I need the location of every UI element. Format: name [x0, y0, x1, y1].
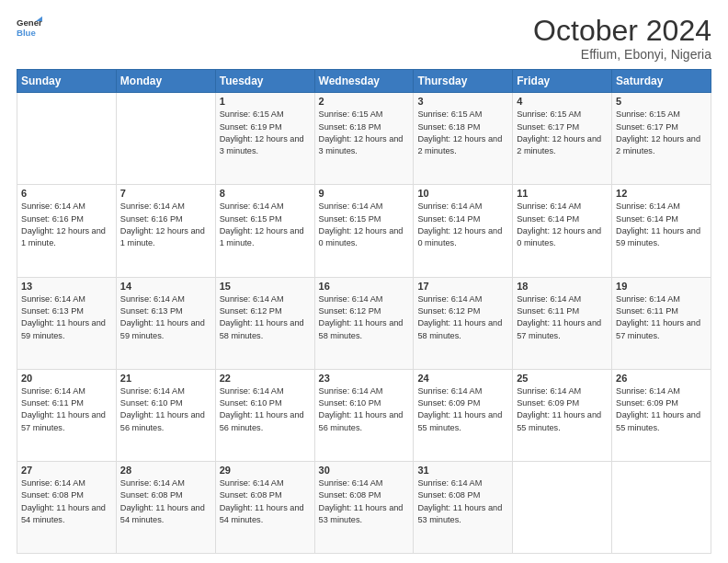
day-info: Sunrise: 6:14 AMSunset: 6:08 PMDaylight:…	[319, 477, 410, 526]
calendar-cell: 1Sunrise: 6:15 AMSunset: 6:19 PMDaylight…	[215, 93, 314, 185]
logo-icon: General Blue	[17, 15, 42, 40]
day-number: 28	[120, 465, 211, 476]
day-info: Sunrise: 6:14 AMSunset: 6:08 PMDaylight:…	[120, 477, 211, 526]
col-friday: Friday	[513, 70, 612, 93]
day-info: Sunrise: 6:14 AMSunset: 6:08 PMDaylight:…	[417, 477, 508, 526]
day-number: 26	[616, 373, 707, 384]
subtitle: Effium, Ebonyi, Nigeria	[533, 47, 711, 62]
svg-text:General: General	[17, 17, 42, 28]
calendar-cell	[17, 93, 117, 185]
calendar-cell: 6Sunrise: 6:14 AMSunset: 6:16 PMDaylight…	[17, 185, 117, 277]
title-block: October 2024 Effium, Ebonyi, Nigeria	[533, 15, 711, 62]
calendar-cell: 14Sunrise: 6:14 AMSunset: 6:13 PMDayligh…	[116, 277, 215, 369]
day-info: Sunrise: 6:15 AMSunset: 6:18 PMDaylight:…	[319, 109, 410, 157]
day-number: 23	[319, 373, 410, 384]
day-number: 11	[517, 188, 608, 199]
day-number: 7	[120, 188, 211, 199]
calendar-cell	[513, 461, 612, 553]
day-number: 21	[120, 373, 211, 384]
day-number: 18	[517, 281, 608, 292]
calendar-cell: 26Sunrise: 6:14 AMSunset: 6:09 PMDayligh…	[612, 369, 711, 461]
day-info: Sunrise: 6:14 AMSunset: 6:10 PMDaylight:…	[220, 385, 311, 434]
calendar-table: Sunday Monday Tuesday Wednesday Thursday…	[17, 69, 711, 554]
calendar-cell: 8Sunrise: 6:14 AMSunset: 6:15 PMDaylight…	[215, 185, 314, 277]
calendar-cell: 30Sunrise: 6:14 AMSunset: 6:08 PMDayligh…	[314, 461, 414, 553]
day-info: Sunrise: 6:14 AMSunset: 6:10 PMDaylight:…	[319, 385, 410, 434]
calendar-cell: 24Sunrise: 6:14 AMSunset: 6:09 PMDayligh…	[414, 369, 513, 461]
day-info: Sunrise: 6:14 AMSunset: 6:14 PMDaylight:…	[517, 201, 608, 249]
logo: General Blue	[17, 15, 42, 40]
day-info: Sunrise: 6:14 AMSunset: 6:08 PMDaylight:…	[220, 477, 311, 526]
day-number: 1	[220, 96, 311, 107]
col-thursday: Thursday	[414, 70, 513, 93]
day-number: 24	[417, 373, 508, 384]
calendar-cell: 31Sunrise: 6:14 AMSunset: 6:08 PMDayligh…	[414, 461, 513, 553]
week-row-5: 27Sunrise: 6:14 AMSunset: 6:08 PMDayligh…	[17, 461, 711, 553]
calendar-cell: 25Sunrise: 6:14 AMSunset: 6:09 PMDayligh…	[513, 369, 612, 461]
svg-text:Blue: Blue	[17, 28, 36, 38]
calendar-cell: 20Sunrise: 6:14 AMSunset: 6:11 PMDayligh…	[17, 369, 117, 461]
calendar-cell: 5Sunrise: 6:15 AMSunset: 6:17 PMDaylight…	[612, 93, 711, 185]
calendar-cell: 27Sunrise: 6:14 AMSunset: 6:08 PMDayligh…	[17, 461, 117, 553]
page: General Blue October 2024 Effium, Ebonyi…	[0, 0, 728, 563]
calendar-cell: 22Sunrise: 6:14 AMSunset: 6:10 PMDayligh…	[215, 369, 314, 461]
calendar-cell	[612, 461, 711, 553]
calendar-cell: 28Sunrise: 6:14 AMSunset: 6:08 PMDayligh…	[116, 461, 215, 553]
week-row-2: 6Sunrise: 6:14 AMSunset: 6:16 PMDaylight…	[17, 185, 711, 277]
day-number: 13	[21, 281, 112, 292]
calendar-cell	[116, 93, 215, 185]
day-number: 22	[220, 373, 311, 384]
day-info: Sunrise: 6:15 AMSunset: 6:17 PMDaylight:…	[616, 109, 707, 157]
week-row-3: 13Sunrise: 6:14 AMSunset: 6:13 PMDayligh…	[17, 277, 711, 369]
calendar-cell: 11Sunrise: 6:14 AMSunset: 6:14 PMDayligh…	[513, 185, 612, 277]
calendar-cell: 29Sunrise: 6:14 AMSunset: 6:08 PMDayligh…	[215, 461, 314, 553]
week-row-4: 20Sunrise: 6:14 AMSunset: 6:11 PMDayligh…	[17, 369, 711, 461]
col-wednesday: Wednesday	[314, 70, 414, 93]
day-info: Sunrise: 6:15 AMSunset: 6:18 PMDaylight:…	[417, 109, 508, 157]
day-info: Sunrise: 6:14 AMSunset: 6:16 PMDaylight:…	[21, 201, 112, 249]
calendar-cell: 4Sunrise: 6:15 AMSunset: 6:17 PMDaylight…	[513, 93, 612, 185]
day-info: Sunrise: 6:15 AMSunset: 6:17 PMDaylight:…	[517, 109, 608, 157]
calendar-header-row: Sunday Monday Tuesday Wednesday Thursday…	[17, 70, 711, 93]
calendar-cell: 12Sunrise: 6:14 AMSunset: 6:14 PMDayligh…	[612, 185, 711, 277]
calendar-cell: 3Sunrise: 6:15 AMSunset: 6:18 PMDaylight…	[414, 93, 513, 185]
day-info: Sunrise: 6:14 AMSunset: 6:12 PMDaylight:…	[319, 293, 410, 342]
calendar-cell: 19Sunrise: 6:14 AMSunset: 6:11 PMDayligh…	[612, 277, 711, 369]
day-number: 15	[220, 281, 311, 292]
col-sunday: Sunday	[17, 70, 117, 93]
day-number: 6	[21, 188, 112, 199]
col-saturday: Saturday	[612, 70, 711, 93]
calendar-cell: 15Sunrise: 6:14 AMSunset: 6:12 PMDayligh…	[215, 277, 314, 369]
day-number: 17	[417, 281, 508, 292]
calendar-cell: 23Sunrise: 6:14 AMSunset: 6:10 PMDayligh…	[314, 369, 414, 461]
day-number: 19	[616, 281, 707, 292]
day-info: Sunrise: 6:14 AMSunset: 6:08 PMDaylight:…	[21, 477, 112, 526]
calendar-cell: 18Sunrise: 6:14 AMSunset: 6:11 PMDayligh…	[513, 277, 612, 369]
calendar-cell: 9Sunrise: 6:14 AMSunset: 6:15 PMDaylight…	[314, 185, 414, 277]
day-info: Sunrise: 6:15 AMSunset: 6:19 PMDaylight:…	[220, 109, 311, 157]
day-number: 31	[417, 465, 508, 476]
day-info: Sunrise: 6:14 AMSunset: 6:09 PMDaylight:…	[417, 385, 508, 434]
day-number: 30	[319, 465, 410, 476]
day-number: 27	[21, 465, 112, 476]
day-number: 25	[517, 373, 608, 384]
week-row-1: 1Sunrise: 6:15 AMSunset: 6:19 PMDaylight…	[17, 93, 711, 185]
day-number: 12	[616, 188, 707, 199]
day-info: Sunrise: 6:14 AMSunset: 6:11 PMDaylight:…	[21, 385, 112, 434]
calendar-cell: 21Sunrise: 6:14 AMSunset: 6:10 PMDayligh…	[116, 369, 215, 461]
calendar-cell: 13Sunrise: 6:14 AMSunset: 6:13 PMDayligh…	[17, 277, 117, 369]
day-info: Sunrise: 6:14 AMSunset: 6:12 PMDaylight:…	[220, 293, 311, 342]
day-info: Sunrise: 6:14 AMSunset: 6:14 PMDaylight:…	[616, 201, 707, 249]
calendar-cell: 2Sunrise: 6:15 AMSunset: 6:18 PMDaylight…	[314, 93, 414, 185]
day-info: Sunrise: 6:14 AMSunset: 6:16 PMDaylight:…	[120, 201, 211, 249]
col-monday: Monday	[116, 70, 215, 93]
day-info: Sunrise: 6:14 AMSunset: 6:11 PMDaylight:…	[616, 293, 707, 342]
day-number: 9	[319, 188, 410, 199]
day-info: Sunrise: 6:14 AMSunset: 6:13 PMDaylight:…	[21, 293, 112, 342]
day-number: 20	[21, 373, 112, 384]
calendar-cell: 16Sunrise: 6:14 AMSunset: 6:12 PMDayligh…	[314, 277, 414, 369]
day-number: 10	[417, 188, 508, 199]
day-number: 3	[417, 96, 508, 107]
calendar-cell: 10Sunrise: 6:14 AMSunset: 6:14 PMDayligh…	[414, 185, 513, 277]
day-number: 14	[120, 281, 211, 292]
